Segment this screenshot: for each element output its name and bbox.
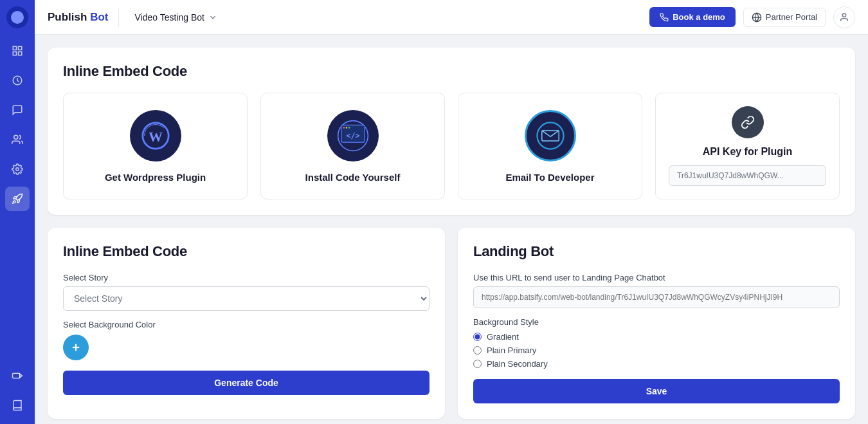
story-select[interactable]: Select Story (63, 286, 429, 311)
app-name: Publish Bot (48, 11, 108, 24)
bot-name: Video Testing Bot (134, 12, 204, 23)
email-icon (536, 122, 565, 150)
svg-rect-1 (19, 46, 22, 50)
header: Publish Bot Video Testing Bot Book a dem… (35, 0, 868, 35)
sidebar-icon-chat[interactable] (5, 98, 30, 122)
chevron-down-icon (208, 13, 217, 22)
link-icon (741, 115, 755, 129)
add-color-button[interactable] (63, 335, 89, 360)
api-key-title: API Key for Plugin (703, 146, 793, 158)
landing-bot-card: Landing Bot Use this URL to send user to… (458, 228, 855, 419)
svg-point-18 (348, 127, 350, 129)
radio-plain-primary-label: Plain Primary (487, 346, 536, 355)
svg-point-11 (842, 14, 845, 17)
radio-plain-secondary-input[interactable] (473, 360, 482, 368)
svg-rect-0 (13, 46, 16, 50)
code-icon: </> (337, 120, 369, 152)
landing-bot-description: Use this URL to send user to Landing Pag… (473, 273, 840, 282)
landing-bot-title: Landing Bot (473, 243, 840, 260)
svg-point-5 (14, 135, 18, 139)
radio-plain-secondary-label: Plain Secondary (487, 359, 548, 369)
svg-point-20 (537, 122, 563, 149)
email-icon-circle (525, 110, 576, 161)
main-area: Publish Bot Video Testing Bot Book a dem… (35, 0, 868, 424)
wordpress-label: Get Wordpress Plugin (105, 172, 206, 183)
content-area: Inline Embed Code W Get Wordpress Plugin (35, 35, 868, 424)
save-button[interactable]: Save (473, 379, 840, 403)
sidebar-icon-users[interactable] (5, 127, 30, 152)
landing-url-input[interactable] (473, 286, 840, 308)
install-icon-circle: </> (327, 110, 379, 161)
email-label: Email To Developer (505, 172, 594, 183)
bg-style-label: Background Style (473, 317, 840, 327)
radio-plain-secondary[interactable]: Plain Secondary (473, 359, 840, 369)
sidebar-icon-clock[interactable] (5, 68, 30, 93)
radio-gradient-label: Gradient (487, 332, 519, 342)
generate-code-button[interactable]: Generate Code (63, 371, 429, 395)
sidebar-icon-settings[interactable] (5, 157, 30, 181)
api-key-icon (732, 106, 764, 138)
app-logo[interactable] (6, 6, 28, 28)
svg-text:</>: </> (346, 131, 359, 140)
api-key-section: API Key for Plugin (655, 93, 840, 199)
bottom-row: Inline Embed Code Select Story Select St… (48, 228, 855, 419)
svg-text:W: W (149, 129, 163, 145)
book-demo-button[interactable]: Book a demo (649, 7, 736, 27)
sidebar-icon-video[interactable] (5, 364, 30, 388)
svg-rect-7 (13, 373, 20, 378)
embed-options-grid: W Get Wordpress Plugin </ (63, 93, 840, 199)
wordpress-icon: W (141, 122, 170, 150)
svg-rect-3 (13, 52, 16, 55)
inline-embed-top-card: Inline Embed Code W Get Wordpress Plugin (48, 48, 855, 215)
sidebar (0, 0, 35, 424)
wordpress-icon-circle: W (130, 110, 181, 161)
radio-plain-primary-input[interactable] (473, 346, 482, 355)
email-option[interactable]: Email To Developer (458, 93, 642, 199)
svg-point-16 (343, 127, 345, 129)
sidebar-icon-book[interactable] (5, 393, 30, 418)
bg-color-label: Select Background Color (63, 320, 429, 329)
plus-icon (70, 342, 82, 353)
svg-point-17 (345, 127, 347, 129)
user-icon-button[interactable] (833, 6, 855, 28)
install-code-label: Install Code Yourself (305, 172, 401, 183)
bot-selector[interactable]: Video Testing Bot (127, 9, 224, 26)
svg-marker-8 (20, 374, 23, 378)
radio-gradient[interactable]: Gradient (473, 332, 840, 342)
sidebar-icon-rocket[interactable] (5, 187, 30, 211)
globe-icon (752, 12, 762, 23)
inline-embed-bottom-card: Inline Embed Code Select Story Select St… (48, 228, 445, 419)
wordpress-option[interactable]: W Get Wordpress Plugin (63, 93, 248, 199)
svg-rect-2 (19, 52, 22, 55)
phone-icon (660, 13, 669, 22)
story-label: Select Story (63, 273, 429, 282)
inline-embed-bottom-title: Inline Embed Code (63, 243, 429, 260)
svg-point-6 (16, 168, 19, 171)
bg-style-radio-group: Gradient Plain Primary Plain Secondary (473, 332, 840, 369)
user-icon (839, 12, 849, 23)
install-code-option[interactable]: </> Install Code Yourself (260, 93, 445, 199)
inline-embed-top-title: Inline Embed Code (63, 63, 840, 80)
header-divider (118, 8, 119, 26)
partner-portal-button[interactable]: Partner Portal (743, 8, 826, 27)
api-key-input[interactable] (669, 165, 826, 186)
radio-plain-primary[interactable]: Plain Primary (473, 346, 840, 355)
sidebar-icon-chart[interactable] (5, 39, 30, 63)
radio-gradient-input[interactable] (473, 333, 482, 341)
